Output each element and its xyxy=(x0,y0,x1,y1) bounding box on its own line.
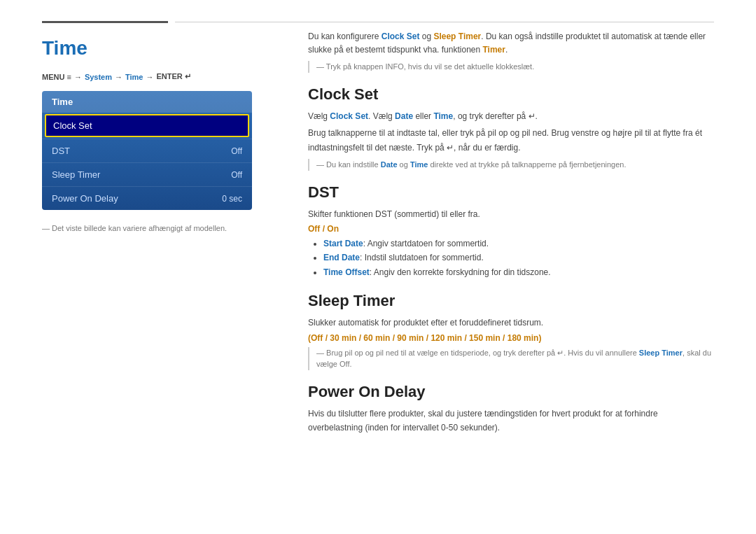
dst-body: Skifter funktionen DST (sommertid) til e… xyxy=(308,207,714,221)
intro-paragraph: Du kan konfigurere Clock Set og Sleep Ti… xyxy=(308,30,714,57)
clockset-body1: Vælg Clock Set. Vælg Date eller Time, og… xyxy=(308,109,714,123)
intro-timer-ref: Timer xyxy=(482,45,505,55)
page-container: Time MENU ≡ → System → Time → ENTER ↵ Ti… xyxy=(0,0,756,534)
right-column: Du kan konfigurere Clock Set og Sleep Ti… xyxy=(280,30,714,534)
intro-note: ― Tryk på knappen INFO, hvis du vil se d… xyxy=(308,61,714,73)
tv-menu-item-sleeptimer-label: Sleep Timer xyxy=(52,169,100,180)
tv-menu-item-dst[interactable]: DST Off xyxy=(42,139,252,162)
intro-clockset-ref: Clock Set xyxy=(382,31,420,41)
dst-bullet-list: Start Date: Angiv startdatoen for sommer… xyxy=(308,237,714,279)
menu-icon: MENU ≡ xyxy=(42,73,71,81)
tv-menu-item-clockset[interactable]: Clock Set xyxy=(45,114,249,137)
section-title-sleeptimer: Sleep Timer xyxy=(308,292,714,310)
dst-options-label: Off / On xyxy=(308,224,714,234)
left-column: Time MENU ≡ → System → Time → ENTER ↵ Ti… xyxy=(42,30,280,534)
clockset-body2: Brug talknapperne til at indtaste tal, e… xyxy=(308,126,714,155)
dst-bullet-enddate: End Date: Indstil slutdatoen for sommert… xyxy=(323,251,714,265)
sleeptimer-options: (Off / 30 min / 60 min / 90 min / 120 mi… xyxy=(308,333,714,343)
tv-menu-item-dst-value: Off xyxy=(231,146,242,156)
section-title-dst: DST xyxy=(308,183,714,202)
sleeptimer-note: ― Brug pil op og pil ned til at vælge en… xyxy=(308,347,714,370)
clockset-note: ― Du kan indstille Date og Time direkte … xyxy=(308,159,714,171)
tv-menu-item-sleeptimer[interactable]: Sleep Timer Off xyxy=(42,162,252,186)
tv-menu-header: Time xyxy=(42,91,252,113)
dst-bullet-startdate: Start Date: Angiv startdatoen for sommer… xyxy=(323,237,714,251)
tv-menu-item-dst-label: DST xyxy=(52,146,70,156)
left-note: ― Det viste billede kan variere afhængig… xyxy=(42,223,266,234)
menu-path: MENU ≡ → System → Time → ENTER ↵ xyxy=(42,72,266,81)
tv-menu-item-powerondelay[interactable]: Power On Delay 0 sec xyxy=(42,186,252,210)
top-rule xyxy=(0,21,756,23)
dst-bullet-timeoffset: Time Offset: Angiv den korrekte forskydn… xyxy=(323,265,714,279)
section-title-clockset: Clock Set xyxy=(308,85,714,104)
tv-menu-item-sleeptimer-value: Off xyxy=(231,170,242,180)
page-title: Time xyxy=(42,37,266,59)
top-rule-left xyxy=(42,21,168,23)
intro-sleeptimer-ref: Sleep Timer xyxy=(433,31,481,41)
top-rule-right xyxy=(175,22,714,22)
sleeptimer-body: Slukker automatisk for produktet efter e… xyxy=(308,316,714,330)
content-area: Time MENU ≡ → System → Time → ENTER ↵ Ti… xyxy=(0,30,756,534)
tv-menu-item-powerondelay-label: Power On Delay xyxy=(52,193,118,204)
section-title-powerondelay: Power On Delay xyxy=(308,383,714,401)
tv-menu-box: Time Clock Set DST Off Sleep Timer Off xyxy=(42,91,252,210)
tv-menu-item-clockset-label: Clock Set xyxy=(53,120,92,131)
powerondelay-body: Hvis du tilslutter flere produkter, skal… xyxy=(308,407,714,435)
tv-menu-item-powerondelay-value: 0 sec xyxy=(222,194,242,204)
